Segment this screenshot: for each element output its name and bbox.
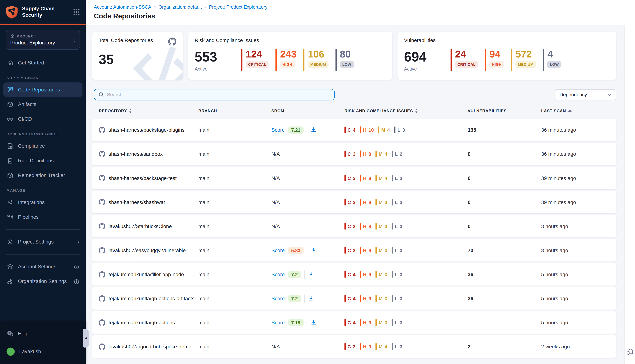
- download-sbom-button[interactable]: [311, 127, 317, 133]
- high-chip: H9: [360, 343, 371, 350]
- sbom-not-available: N/A: [271, 175, 280, 181]
- column-header-vulnerabilities: VULNERABILITIES: [468, 108, 541, 113]
- critical-chip: C4: [344, 126, 356, 134]
- severity-stat: 106 MEDIUM: [303, 49, 328, 71]
- sidebar-item-help[interactable]: ? Help: [0, 326, 86, 341]
- high-chip: H8: [360, 223, 371, 230]
- table-row[interactable]: lavakush07/StarbucksClone main Score: [92, 215, 616, 238]
- repo-name: shash-harness/shashwat: [109, 199, 168, 205]
- sidebar-item-label: Rule Definitions: [18, 158, 54, 164]
- column-header-risk-issues[interactable]: RISK AND COMPLIANCE ISSUES: [344, 108, 468, 113]
- download-sbom-button[interactable]: [308, 271, 314, 277]
- branch-name: main: [198, 272, 271, 277]
- module-grid-icon[interactable]: [73, 9, 80, 16]
- table-row[interactable]: tejakummarikuntla/filler-app-node main S…: [92, 263, 616, 286]
- sidebar-item-code-repositories[interactable]: Code Repositories: [3, 82, 83, 97]
- table-row[interactable]: shash-harness/sandbox main Score: [92, 143, 616, 165]
- medium-chip: M3: [376, 223, 387, 230]
- sbom-score-link[interactable]: Score: [271, 320, 285, 325]
- vulnerability-count: 36: [468, 296, 541, 301]
- table-row[interactable]: lavakush07/easybuggy-vulnerable-app... m…: [92, 239, 616, 262]
- download-sbom-button[interactable]: [311, 247, 317, 253]
- risk-severity-chips: C4 H9 M3 L3: [344, 271, 468, 278]
- download-sbom-button[interactable]: [308, 295, 314, 301]
- app-title: Supply Chain Security: [22, 6, 69, 18]
- sbom-score-link[interactable]: Score: [271, 296, 285, 301]
- divider: [304, 294, 305, 302]
- sidebar-item-rule-definitions[interactable]: Rule Definitions: [0, 153, 86, 168]
- table-row[interactable]: shash-harness/backstage-test main Score: [92, 167, 616, 189]
- sidebar-item-project-settings[interactable]: Project Settings ›: [0, 234, 86, 249]
- breadcrumb: Account: Automation-SSCA › Organization:…: [94, 4, 627, 9]
- sidebar-item-compliance[interactable]: Compliance: [0, 139, 86, 153]
- sidebar-item-account-settings[interactable]: Account Settings: [0, 260, 86, 274]
- risk-severity-chips: C4 H9 M3 L3: [344, 319, 468, 326]
- search-input[interactable]: [107, 92, 330, 98]
- github-icon: [99, 295, 106, 302]
- app-logo-shield-icon: [6, 5, 18, 19]
- risk-severity-chips: C3 H8 M4 L2: [344, 150, 468, 158]
- vulns-sublabel: Active: [404, 66, 446, 72]
- column-header-last-scan[interactable]: LAST SCAN: [541, 108, 610, 113]
- sbom-score-link[interactable]: Score: [271, 272, 285, 277]
- home-icon: [7, 59, 14, 66]
- table-row[interactable]: tejakummarikuntla/gh-actions main Score …: [92, 311, 616, 334]
- sidebar-item-label: Compliance: [18, 143, 45, 149]
- dependency-filter-select[interactable]: Dependency: [555, 89, 616, 100]
- info-icon[interactable]: [74, 264, 79, 270]
- divider: [6, 229, 80, 230]
- severity-bar: [543, 49, 544, 71]
- sidebar-item-remediation-tracker[interactable]: Remediation Tracker: [0, 168, 86, 183]
- high-chip: H8: [360, 150, 371, 158]
- vulnerability-count: 36: [468, 272, 541, 277]
- sort-icon: [415, 108, 418, 113]
- section-manage: MANAGE: [0, 183, 86, 195]
- low-chip: L3: [392, 295, 402, 302]
- dependency-filter-value: Dependency: [559, 92, 587, 98]
- last-scan: 2 weeks ago: [541, 344, 610, 349]
- sidebar-item-label: Remediation Tracker: [18, 173, 65, 178]
- sbom-score-badge: 7.2: [288, 271, 301, 278]
- table-row[interactable]: tejakummarikuntla/gh-actions-artifacts m…: [92, 287, 616, 310]
- severity-bar: [511, 49, 512, 71]
- high-chip: H10: [360, 126, 374, 134]
- severity-bar: [485, 49, 486, 71]
- severity-count: 4: [547, 49, 553, 59]
- breadcrumb-project-link[interactable]: Project: Product Exploratory: [209, 4, 267, 9]
- table-row[interactable]: lavakush07/argocd-hub-spoke-demo main Sc…: [92, 335, 616, 358]
- table-row[interactable]: shash-harness/backstage-plugins main Sco…: [92, 119, 616, 141]
- sidebar-item-get-started[interactable]: Get Started: [0, 56, 86, 70]
- column-header-repository[interactable]: REPOSITORY: [99, 108, 198, 113]
- sidebar-item-integrations[interactable]: Integrations: [0, 195, 86, 210]
- severity-badge: HIGH: [489, 61, 504, 68]
- sidebar-item-pipelines[interactable]: Pipelines: [0, 210, 86, 224]
- sidebar-item-organization-settings[interactable]: Organization Settings: [0, 274, 86, 289]
- high-chip: H9: [360, 271, 371, 278]
- breadcrumb-organization-link[interactable]: Organization: default: [158, 4, 202, 9]
- last-scan: 36 minutes ago: [541, 127, 610, 133]
- avatar: L: [7, 348, 15, 356]
- risk-severity-chips: C3 H9 M4 L3: [344, 343, 468, 350]
- project-selector[interactable]: PROJECT Product Exploratory ›: [6, 30, 80, 50]
- sbom-score-link[interactable]: Score: [271, 127, 285, 133]
- sidebar-item-artifacts[interactable]: Artifacts: [0, 97, 86, 112]
- vulnerability-count: 0: [468, 199, 541, 205]
- breadcrumb-account-link[interactable]: Account: Automation-SSCA: [94, 4, 151, 9]
- sbom-score-badge: 7.19: [288, 319, 304, 326]
- divider: [307, 318, 307, 326]
- table-row[interactable]: shash-harness/shashwat main Score: [92, 191, 616, 213]
- last-scan: 5 hours ago: [541, 296, 610, 301]
- download-sbom-button[interactable]: [311, 319, 317, 326]
- sidebar-collapse-handle[interactable]: ◀: [83, 329, 89, 348]
- severity-stat: 243 HIGH: [276, 49, 296, 71]
- sbom-score-link[interactable]: Score: [271, 248, 285, 253]
- column-header-sbom: SBOM: [271, 108, 344, 113]
- support-chat-icon[interactable]: [626, 348, 634, 358]
- org-hierarchy-icon: [7, 278, 14, 285]
- user-menu[interactable]: L Lavakush: [0, 344, 86, 359]
- sidebar-item-cicd[interactable]: CI/CD: [0, 112, 86, 126]
- risk-sublabel: Active: [195, 66, 237, 72]
- chevron-right-icon: ›: [74, 36, 76, 43]
- info-icon[interactable]: [74, 279, 79, 284]
- severity-stat: 124 CRITICAL: [241, 49, 269, 71]
